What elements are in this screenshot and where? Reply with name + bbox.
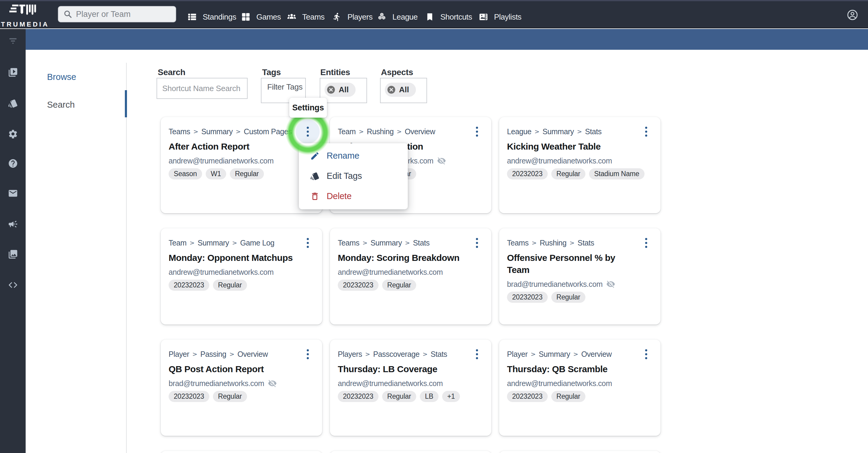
leftnav-divider xyxy=(126,63,127,453)
navbar-item-games[interactable]: Games xyxy=(241,4,281,30)
sidebar-filter-icon[interactable] xyxy=(0,36,26,46)
card-settings-kebab-button[interactable] xyxy=(641,124,651,139)
tag-pill: 20232023 xyxy=(168,279,209,291)
entities-chip-all[interactable]: All xyxy=(324,83,355,97)
sidebar-code-icon[interactable] xyxy=(0,280,26,290)
card-settings-kebab-button[interactable] xyxy=(641,347,651,361)
filter-tags-placeholder: Filter Tags xyxy=(267,82,305,92)
email-text: andrew@trumedianetworks.com xyxy=(507,156,612,165)
chevron-right-icon: > xyxy=(569,238,575,247)
card-settings-kebab-button[interactable] xyxy=(303,124,313,139)
account-icon[interactable] xyxy=(847,9,858,21)
settings-tooltip: Settings xyxy=(289,98,327,118)
card-owner-email: andrew@trumedianetworks.com xyxy=(168,156,314,165)
card-settings-kebab-button[interactable] xyxy=(472,124,482,139)
shortcut-card[interactable]: Teams>Rushing>StatsOffensive Personnel %… xyxy=(499,228,660,325)
card-owner-email: andrew@trumedianetworks.com xyxy=(338,268,484,277)
shortcut-card[interactable] xyxy=(330,451,491,453)
chevron-right-icon: > xyxy=(359,127,364,136)
tag-pill: Season xyxy=(168,168,202,179)
chevron-right-icon: > xyxy=(534,127,539,136)
navbar-item-label: Players xyxy=(347,12,372,22)
filter-aspects-input[interactable]: All xyxy=(380,78,427,103)
navbar-item-players[interactable]: Players xyxy=(332,4,372,30)
sidebar-megaphone-icon[interactable] xyxy=(0,219,26,229)
shortcut-card[interactable]: Player>Summary>OverviewThursday: QB Scra… xyxy=(499,340,660,436)
shortcut-card[interactable]: Team>Summary>Game LogMonday: Opponent Ma… xyxy=(161,228,322,325)
breadcrumb-segment: Rushing xyxy=(539,238,566,247)
card-settings-kebab-button[interactable] xyxy=(472,347,482,361)
card-tags: 20232023Regular xyxy=(168,391,314,402)
sidebar-help-icon[interactable] xyxy=(0,158,26,169)
navbar-item-standings[interactable]: Standings xyxy=(188,4,236,30)
trumedia-logo-icon xyxy=(9,4,38,18)
pencil-icon xyxy=(310,151,320,161)
breadcrumb-segment: Teams xyxy=(338,238,360,247)
sidebar-gear-icon[interactable] xyxy=(0,129,26,139)
shortcut-card[interactable]: League>Summary>StatsKicking Weather Tabl… xyxy=(499,117,660,213)
email-text: andrew@trumedianetworks.com xyxy=(168,268,274,277)
aspects-chip-all[interactable]: All xyxy=(385,83,416,97)
shortcut-card[interactable]: Players>Passcoverage>StatsThursday: LB C… xyxy=(330,340,491,436)
card-tags: SeasonW1Regular xyxy=(168,168,314,179)
card-title: Monday: Scoring Breakdown xyxy=(338,252,467,264)
card-owner-email: andrew@trumedianetworks.com xyxy=(507,156,653,165)
email-text: brad@trumedianetworks.com xyxy=(168,379,264,388)
navbar-item-label: Standings xyxy=(203,12,236,22)
breadcrumb-segment: Players xyxy=(338,350,362,359)
main-content: Browse Search Search Shortcut Name Searc… xyxy=(26,50,868,453)
card-settings-kebab-button[interactable] xyxy=(303,236,313,250)
card-settings-kebab-button[interactable] xyxy=(641,236,651,250)
tag-pill: +1 xyxy=(442,391,460,402)
shortcut-card[interactable] xyxy=(161,451,322,453)
sidebar-item-browse[interactable]: Browse xyxy=(47,72,76,82)
sidebar-photo-library-icon[interactable] xyxy=(0,249,26,260)
sidebar-item-search[interactable]: Search xyxy=(47,100,75,110)
card-settings-kebab-button[interactable] xyxy=(303,347,313,361)
eye-slash-icon xyxy=(606,279,615,289)
tag-pill: Regular xyxy=(551,391,585,402)
chip-remove-icon[interactable] xyxy=(326,85,336,94)
card-tags: 20232023Regular xyxy=(507,292,653,303)
menu-item-edit-tags[interactable]: Edit Tags xyxy=(299,166,408,186)
shortcut-card[interactable]: Teams>Summary>Custom PagesAfter Action R… xyxy=(161,117,322,213)
chevron-right-icon: > xyxy=(229,350,234,359)
chip-label: All xyxy=(399,85,409,94)
menu-item-delete[interactable]: Delete xyxy=(299,186,408,206)
breadcrumb: Player>Passing>Overview xyxy=(168,350,314,359)
navbar-item-shortcuts[interactable]: Shortcuts xyxy=(425,4,472,30)
global-search-input[interactable]: Player or Team xyxy=(58,6,176,22)
breadcrumb-segment: Summary xyxy=(539,350,570,359)
media-playlist-icon xyxy=(479,12,488,22)
navbar-item-label: Playlists xyxy=(494,12,522,22)
breadcrumb-segment: Rushing xyxy=(367,127,394,136)
tag-pill: Regular xyxy=(382,279,416,291)
breadcrumb-segment: Game Log xyxy=(240,238,275,247)
tag-pill: 20232023 xyxy=(338,391,378,402)
grid-icon xyxy=(241,12,250,22)
left-icon-sidebar xyxy=(0,29,26,453)
email-text: andrew@trumedianetworks.com xyxy=(338,379,443,388)
breadcrumb-segment: Custom Pages xyxy=(244,127,292,136)
sidebar-mail-icon[interactable] xyxy=(0,188,26,199)
card-tags: 20232023Regular xyxy=(338,279,484,291)
shortcut-name-search-input[interactable]: Shortcut Name Search xyxy=(157,78,248,99)
navbar-item-playlists[interactable]: Playlists xyxy=(479,4,522,30)
card-title: After Action Report xyxy=(168,141,298,153)
chip-remove-icon[interactable] xyxy=(386,85,396,94)
tag-pill: Regular xyxy=(551,292,585,303)
navbar-item-teams[interactable]: Teams xyxy=(287,4,324,30)
sidebar-tags-icon[interactable] xyxy=(0,98,26,109)
card-settings-kebab-button[interactable] xyxy=(472,236,482,250)
shortcut-card[interactable]: Teams>Summary>StatsMonday: Scoring Break… xyxy=(330,228,491,325)
shortcut-card[interactable] xyxy=(499,451,660,453)
breadcrumb-segment: Player xyxy=(507,350,527,359)
chevron-right-icon: > xyxy=(192,350,197,359)
sidebar-video-library-icon[interactable] xyxy=(0,67,26,78)
navbar-item-league[interactable]: League xyxy=(377,4,418,30)
breadcrumb: Teams>Summary>Stats xyxy=(338,238,484,247)
menu-item-rename[interactable]: Rename xyxy=(299,146,408,166)
filter-tags-label: Tags xyxy=(262,67,281,77)
trumedia-logo[interactable]: TRUMEDIA xyxy=(1,2,57,28)
shortcut-card[interactable]: Player>Passing>OverviewQB Post Action Re… xyxy=(161,340,322,436)
